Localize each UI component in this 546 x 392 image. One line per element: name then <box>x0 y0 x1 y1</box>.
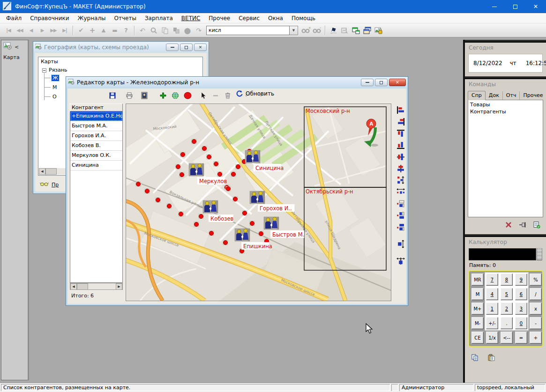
save-icon[interactable] <box>107 90 118 101</box>
menu-item[interactable]: Журналы <box>74 14 110 23</box>
pin-icon[interactable] <box>518 220 527 229</box>
glasses-icon[interactable] <box>40 181 49 188</box>
tree-expander[interactable] <box>42 68 46 73</box>
calc-key[interactable]: 5 <box>501 288 513 300</box>
calc-key[interactable]: 8 <box>501 274 513 286</box>
search-input[interactable] <box>206 26 290 35</box>
next-fast-icon[interactable]: ▶▶ <box>48 25 59 36</box>
calc-key[interactable]: . <box>501 317 513 329</box>
minimize-button[interactable] <box>361 79 374 86</box>
calc-key[interactable]: x <box>530 303 542 315</box>
map-point[interactable] <box>179 172 185 178</box>
align-left-icon[interactable] <box>395 104 406 116</box>
map-canvas[interactable]: МосковскийОктябрьская улицаОктябрьская у… <box>126 104 391 301</box>
help-icon[interactable]: ? <box>120 25 132 36</box>
calc-key[interactable]: - <box>530 317 542 329</box>
map-point[interactable] <box>232 196 238 202</box>
table-row[interactable]: Горохов И.А. <box>70 131 122 141</box>
flag-icon[interactable] <box>328 25 339 36</box>
list-item[interactable]: Товары <box>468 101 543 108</box>
scroll-thumb[interactable] <box>45 168 57 175</box>
copy-calc-icon[interactable] <box>469 352 480 363</box>
map-point[interactable] <box>217 171 223 177</box>
find-prev-icon[interactable]: - <box>311 25 322 36</box>
map-point[interactable] <box>209 230 214 236</box>
map-point[interactable] <box>175 164 181 170</box>
add-icon[interactable]: + <box>87 25 98 36</box>
map-point[interactable] <box>202 146 207 151</box>
move-icon[interactable] <box>171 25 182 36</box>
close-button[interactable]: ✕ <box>194 44 207 51</box>
calc-key[interactable]: M <box>471 288 484 300</box>
menu-item[interactable]: Помощь <box>287 14 320 23</box>
globe-icon[interactable] <box>170 90 181 101</box>
report-icon[interactable] <box>339 25 350 36</box>
image-lock-icon[interactable] <box>373 25 384 36</box>
align-top-icon[interactable] <box>395 128 406 139</box>
calc-key[interactable]: 4 <box>486 288 498 300</box>
map-point[interactable] <box>194 222 199 227</box>
first-icon[interactable]: |◀ <box>3 25 14 36</box>
align-bottom-icon[interactable] <box>395 140 406 151</box>
red-point-icon[interactable] <box>182 90 193 101</box>
preview-link[interactable]: Пр <box>52 182 59 188</box>
collapse-icon[interactable]: < <box>15 44 19 50</box>
minimize-button[interactable] <box>484 0 505 13</box>
scroll-thumb[interactable] <box>77 283 88 290</box>
space-v-icon[interactable] <box>395 175 406 186</box>
map-point[interactable] <box>180 152 186 157</box>
map-point[interactable] <box>223 240 228 245</box>
menu-item[interactable]: Файл <box>2 14 26 23</box>
calc-key[interactable]: 7 <box>486 274 498 286</box>
map-point[interactable] <box>242 210 247 216</box>
list-header[interactable]: Контрагент <box>70 104 123 111</box>
last-icon[interactable]: ▶| <box>59 25 70 36</box>
map-point[interactable] <box>166 203 172 209</box>
calc-key[interactable]: M- <box>471 317 484 329</box>
map-point[interactable] <box>231 171 236 177</box>
same-width-icon[interactable] <box>395 198 406 209</box>
paste-calc-icon[interactable] <box>486 352 497 363</box>
tab-Прочее[interactable]: Прочее <box>520 91 546 100</box>
table-row[interactable]: Синицина <box>70 161 122 170</box>
map-point[interactable] <box>213 161 219 167</box>
map-point[interactable] <box>225 186 231 192</box>
tasks-icon[interactable] <box>532 220 541 229</box>
menu-item[interactable]: Прочее <box>204 14 234 23</box>
up-icon[interactable]: ▲ <box>98 25 109 36</box>
minimize-button[interactable] <box>166 44 179 51</box>
cursor-icon[interactable] <box>198 90 209 101</box>
calc-key[interactable]: = <box>515 332 527 344</box>
map-point[interactable] <box>206 154 212 160</box>
tab-Отч[interactable]: Отч <box>503 91 520 100</box>
maximize-button[interactable] <box>375 79 388 86</box>
maximize-button[interactable] <box>180 44 193 51</box>
fit-width-icon[interactable] <box>395 255 406 266</box>
delete-icon[interactable] <box>504 220 513 229</box>
center-v-icon[interactable] <box>395 163 406 174</box>
prev-icon[interactable]: ◀ <box>25 25 37 36</box>
calc-key[interactable]: CE <box>471 332 484 344</box>
map-point[interactable] <box>135 181 141 187</box>
table-row[interactable]: Меркулов О.К. <box>70 151 122 161</box>
table-row[interactable]: Быстров М.А. <box>70 121 122 131</box>
close-button[interactable]: ✕ <box>525 0 546 13</box>
map-panel-icon[interactable] <box>3 42 13 52</box>
calc-key[interactable]: + <box>530 332 542 344</box>
menu-item[interactable]: Сервис <box>234 14 264 23</box>
menu-item[interactable]: Окна <box>264 14 287 23</box>
portrait-icon[interactable] <box>139 90 150 101</box>
scroll-right-icon[interactable]: ▶ <box>116 283 122 290</box>
list-hscrollbar[interactable]: ◀ ▶ <box>70 283 123 290</box>
print-icon[interactable] <box>124 90 135 101</box>
editor-titlebar[interactable]: Редактор карты - Железнодорожный р-н ✕ <box>66 77 408 88</box>
geography-titlebar[interactable]: География (карты, схемы проезда) ✕ <box>33 42 209 53</box>
map-point[interactable] <box>258 231 264 237</box>
map-point[interactable] <box>198 214 204 219</box>
space-h-icon[interactable] <box>395 186 406 198</box>
calc-key[interactable]: % <box>530 274 542 286</box>
calc-key[interactable]: M+ <box>471 303 484 315</box>
scroll-left-icon[interactable]: ◀ <box>70 283 77 290</box>
new-form-icon[interactable] <box>350 25 361 36</box>
tree-node[interactable]: Ж <box>44 75 59 81</box>
